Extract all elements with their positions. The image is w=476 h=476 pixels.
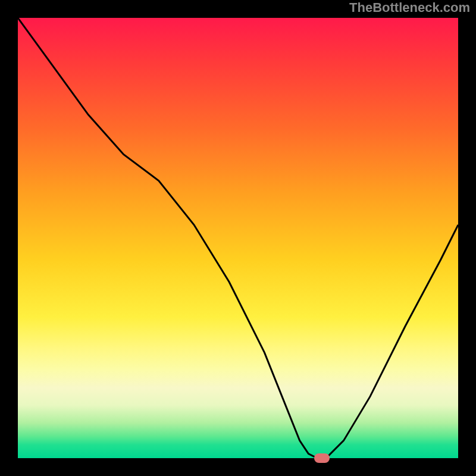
y-axis-gutter: [0, 18, 18, 458]
optimal-point-marker: [314, 453, 330, 463]
bottleneck-curve: [18, 18, 458, 458]
watermark-text: TheBottleneck.com: [349, 0, 470, 15]
x-axis-gutter: [18, 458, 458, 476]
curve-svg: [18, 18, 458, 458]
plot-area: [18, 18, 458, 458]
chart-wrapper: TheBottleneck.com: [0, 0, 476, 476]
